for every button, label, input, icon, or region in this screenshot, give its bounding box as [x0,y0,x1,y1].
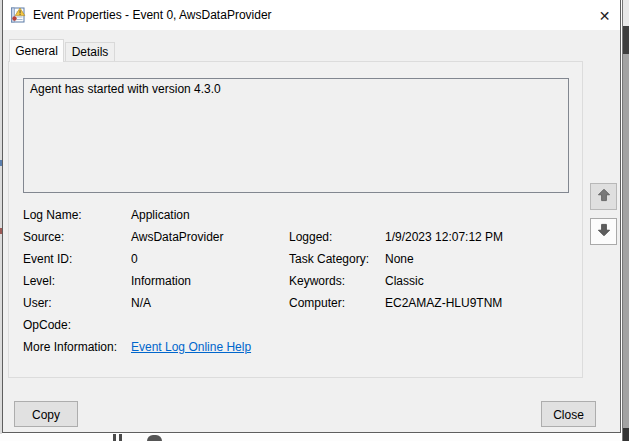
field-row-computer: Computer: EC2AMAZ-HLU9TNM [289,296,569,312]
dialog-title: Event Properties - Event 0, AwsDataProvi… [33,8,272,22]
field-value: Information [131,274,191,288]
field-label: Level: [23,274,55,288]
background-edge-segment [623,428,629,441]
field-label: Logged: [289,230,332,244]
background-icon-fragment [113,434,116,441]
field-row-task-category: Task Category: None [289,252,569,268]
field-row-user: User: N/A [23,296,283,312]
background-edge-segment [623,0,629,26]
close-icon[interactable]: ✕ [591,3,618,28]
field-label: User: [23,296,52,310]
close-button[interactable]: Close [541,401,596,427]
event-log-online-help-link[interactable]: Event Log Online Help [131,340,251,354]
next-event-button[interactable] [590,218,617,245]
background-window-bottom-edge [0,434,622,441]
field-value: EC2AMAZ-HLU9TNM [385,296,502,310]
field-row-level: Level: Information [23,274,283,290]
down-arrow-icon [596,222,612,242]
event-properties-dialog: Event Properties - Event 0, AwsDataProvi… [2,0,621,433]
titlebar[interactable]: Event Properties - Event 0, AwsDataProvi… [3,0,620,30]
field-value: 1/9/2023 12:07:12 PM [385,230,503,244]
event-message-box[interactable]: Agent has started with version 4.3.0 [23,78,569,193]
field-label: Source: [23,230,64,244]
event-properties-icon [10,7,26,23]
field-label: Event ID: [23,252,72,266]
background-edge-segment [623,26,629,54]
event-message-text: Agent has started with version 4.3.0 [24,79,568,99]
field-row-log-name: Log Name: Application [23,208,323,224]
field-label: Computer: [289,296,345,310]
up-arrow-icon [596,187,612,207]
field-label: Task Category: [289,252,369,266]
field-row-opcode: OpCode: [23,318,283,334]
background-icon-fragment [147,435,162,441]
background-icon-fragment [119,434,122,441]
field-value: None [385,252,414,266]
field-value: 0 [131,252,138,266]
field-value: AwsDataProvider [131,230,223,244]
field-value: N/A [131,296,151,310]
field-label: Log Name: [23,208,82,222]
field-label: Keywords: [289,274,345,288]
tab-details[interactable]: Details [65,42,115,62]
field-row-logged: Logged: 1/9/2023 12:07:12 PM [289,230,569,246]
field-row-keywords: Keywords: Classic [289,274,569,290]
field-label: More Information: [23,340,117,354]
field-row-more-information: More Information: Event Log Online Help [23,340,343,356]
field-row-source: Source: AwsDataProvider [23,230,283,246]
background-window-scrollbar-edge [622,0,629,441]
field-value: Classic [385,274,424,288]
field-label: OpCode: [23,318,71,332]
field-value: Application [131,208,190,222]
field-row-event-id: Event ID: 0 [23,252,283,268]
screen: Event Properties - Event 0, AwsDataProvi… [0,0,629,441]
copy-button[interactable]: Copy [14,401,78,427]
previous-event-button[interactable] [590,183,617,210]
tab-general[interactable]: General [9,39,64,62]
